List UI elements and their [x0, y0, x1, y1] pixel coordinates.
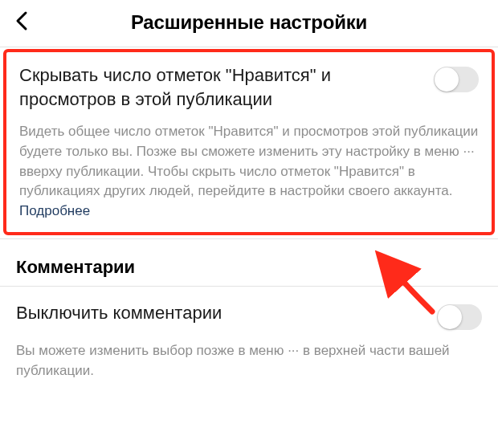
hide-likes-description: Видеть общее число отметок "Нравится" и …	[19, 122, 479, 202]
comments-heading: Комментарии	[0, 239, 498, 286]
hide-likes-title: Скрывать число отметок "Нравится" и прос…	[19, 63, 421, 111]
learn-more-link[interactable]: Подробнее	[19, 203, 479, 219]
disable-comments-description: Вы можете изменить выбор позже в меню ··…	[16, 341, 482, 381]
header: Расширенные настройки	[0, 0, 498, 47]
toggle-knob	[438, 305, 462, 329]
disable-comments-toggle[interactable]	[437, 304, 482, 330]
disable-comments-row: Выключить комментарии	[16, 301, 482, 330]
hide-likes-section: Скрывать число отметок "Нравится" и прос…	[3, 49, 495, 235]
hide-likes-row: Скрывать число отметок "Нравится" и прос…	[19, 63, 479, 111]
page-title: Расширенные настройки	[14, 11, 484, 34]
hide-likes-toggle[interactable]	[434, 67, 479, 92]
disable-comments-title: Выключить комментарии	[16, 301, 424, 325]
back-button[interactable]	[14, 10, 31, 35]
divider	[0, 47, 498, 47]
disable-comments-section: Выключить комментарии Вы можете изменить…	[0, 287, 498, 397]
toggle-knob	[435, 67, 459, 92]
chevron-left-icon	[14, 10, 31, 32]
